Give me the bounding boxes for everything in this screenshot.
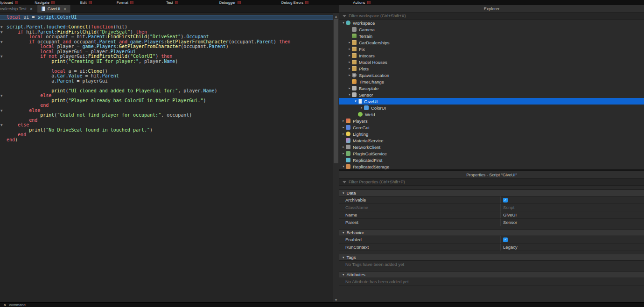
property-value[interactable]: Legacy [501, 244, 644, 251]
tree-item-colorui[interactable]: ▸ColorUI [339, 105, 644, 111]
property-value[interactable]: GiveUI [501, 211, 644, 218]
tree-item-materialservice[interactable]: MaterialService [339, 137, 644, 144]
chevron-right-icon[interactable]: ▸ [341, 119, 346, 123]
editor-tab-dealership-test[interactable]: Dealership Test× [0, 5, 37, 13]
script-editor[interactable]: local ui = script.ColorUI▼script.Parent.… [0, 13, 339, 302]
fold-arrow-icon[interactable]: ▼ [0, 25, 3, 29]
properties-filter-input[interactable]: Filter Properties (Ctrl+Shift+P) [339, 179, 644, 186]
tree-item-giveui[interactable]: ▾GiveUI [339, 98, 644, 105]
editor-tab-giveui[interactable]: GiveUI× [37, 5, 71, 13]
close-icon[interactable]: × [30, 7, 33, 12]
chevron-down-icon[interactable]: ▾ [347, 93, 352, 97]
code-text: end [7, 118, 37, 123]
tree-item-sensor[interactable]: ▾Sensor [339, 91, 644, 98]
fold-arrow-icon[interactable]: ▼ [0, 94, 3, 98]
fold-arrow-icon[interactable]: ▼ [0, 55, 3, 58]
tree-item-plots[interactable]: ▸Plots [339, 65, 644, 72]
enabled-checkbox[interactable]: ✓ [503, 237, 508, 242]
spawn-icon [352, 73, 357, 77]
timechange-icon [352, 79, 357, 84]
explorer-panel: Explorer Filter workspace (Ctrl+Shift+X)… [339, 5, 644, 169]
explorer-filter-input[interactable]: Filter workspace (Ctrl+Shift+X) [339, 13, 644, 20]
section-header-attributes[interactable]: ▾Attributes [339, 271, 644, 278]
tree-item-camera[interactable]: Camera [339, 26, 644, 33]
tree-item-baseplate[interactable]: ▸Baseplate [339, 85, 644, 91]
tree-item-networkclient[interactable]: ▸NetworkClient [339, 144, 644, 150]
chevron-right-icon[interactable]: ▸ [347, 73, 352, 77]
tree-item-intocars[interactable]: ▸Intocars [339, 52, 644, 59]
tree-item-timechange[interactable]: TimeChange [339, 78, 644, 85]
fold-arrow-icon[interactable]: ▼ [0, 123, 3, 127]
tree-item-replicatedstorage[interactable]: ▾ReplicatedStorage [339, 163, 644, 169]
property-value: ✓ [501, 196, 644, 203]
code-text: a.Car.Value = hit.Parent [7, 73, 119, 78]
section-header-data[interactable]: ▾Data [339, 189, 644, 196]
chevron-down-icon[interactable]: ▾ [353, 99, 358, 103]
property-value[interactable]: Sensor [501, 219, 644, 226]
chevron-right-icon[interactable]: ▸ [347, 54, 352, 57]
explorer-filter-placeholder: Filter workspace (Ctrl+Shift+X) [349, 14, 406, 18]
tree-item-label: Workspace [353, 21, 375, 26]
chevron-right-icon[interactable]: ▸ [347, 67, 352, 70]
menu-item-label: Format [117, 0, 128, 5]
tree-item-model-houses[interactable]: ▸Model Houses [339, 59, 644, 65]
chevron-right-icon[interactable]: ▸ [341, 152, 346, 155]
tree-item-replicatedfirst[interactable]: ReplicatedFirst [339, 157, 644, 163]
scrollbar-up-icon[interactable]: ▲ [333, 13, 339, 19]
code-line: print("Creating UI for player:", player.… [0, 59, 333, 64]
tree-item-cardealerships[interactable]: ▸CarDealerships [339, 39, 644, 46]
property-row-parent: ParentSensor [339, 219, 644, 226]
chevron-right-icon[interactable]: ▸ [341, 132, 346, 136]
menu-item-test[interactable]: Test [166, 0, 178, 5]
code-area[interactable]: local ui = script.ColorUI▼script.Parent.… [0, 13, 333, 302]
menu-mnemonic-icon [238, 1, 241, 4]
menu-item-navigate[interactable]: Navigate [35, 0, 55, 5]
menu-item-debugger[interactable]: Debugger [219, 0, 241, 5]
chevron-right-icon[interactable]: ▸ [347, 47, 352, 51]
section-header-behavior[interactable]: ▾Behavior [339, 229, 644, 236]
code-line: print("Player already has ColorUI in the… [0, 98, 333, 104]
scrollbar-track[interactable] [333, 19, 339, 297]
menu-item-clipboard[interactable]: Clipboard [0, 0, 18, 5]
chevron-down-icon[interactable]: ▾ [341, 165, 346, 168]
tree-item-fix[interactable]: ▸Fix [339, 46, 644, 52]
property-value[interactable]: Script [501, 204, 644, 211]
tree-item-spawnlocation[interactable]: ▸SpawnLocation [339, 72, 644, 78]
tree-item-weld[interactable]: Weld [339, 111, 644, 118]
chevron-right-icon[interactable]: ▸ [347, 41, 352, 44]
menu-item-actions[interactable]: Actions [353, 0, 370, 5]
chevron-right-icon[interactable]: ▸ [341, 145, 346, 149]
editor-scrollbar[interactable]: ▲ ▼ [333, 13, 339, 302]
tree-item-label: CarDealerships [359, 40, 389, 45]
folder-icon [352, 60, 357, 64]
fold-arrow-icon[interactable]: ▼ [0, 109, 3, 112]
scrollbar-down-icon[interactable]: ▼ [333, 297, 339, 302]
tree-item-pluginguiservice[interactable]: ▸PluginGuiService [339, 150, 644, 157]
scrollbar-thumb[interactable] [334, 19, 338, 163]
tree-item-terrain[interactable]: Terrain [339, 33, 644, 39]
players-icon [346, 119, 350, 123]
chevron-right-icon[interactable]: ▸ [359, 106, 364, 110]
archivable-checkbox[interactable]: ✓ [503, 198, 508, 202]
script-icon [358, 99, 362, 104]
tree-item-players[interactable]: ▸Players [339, 118, 644, 124]
gui-icon [364, 105, 369, 110]
fold-arrow-icon[interactable]: ▼ [0, 40, 3, 44]
section-header-tags[interactable]: ▾Tags [339, 254, 644, 261]
close-icon[interactable]: × [63, 7, 66, 12]
chevron-right-icon[interactable]: ▸ [341, 126, 346, 129]
code-line: a.Parent = playerGui [0, 79, 333, 84]
chevron-right-icon[interactable]: ▸ [347, 86, 352, 90]
command-bar-input[interactable]: a [4, 303, 6, 307]
fold-arrow-icon[interactable]: ▼ [0, 30, 3, 34]
menu-item-format[interactable]: Format [117, 0, 133, 5]
chevron-right-icon[interactable]: ▸ [347, 60, 352, 64]
tree-item-workspace[interactable]: ▾Workspace [339, 20, 644, 26]
tree-item-lighting[interactable]: ▸Lighting [339, 131, 644, 137]
menu-item-edit[interactable]: Edit [80, 0, 92, 5]
code-text: end) [7, 137, 18, 142]
menu-item-debug-errors[interactable]: Debug Errors [281, 0, 309, 5]
tree-item-coregui[interactable]: ▸CoreGui [339, 124, 644, 131]
chevron-down-icon[interactable]: ▾ [341, 21, 346, 25]
camera-icon [352, 27, 357, 32]
